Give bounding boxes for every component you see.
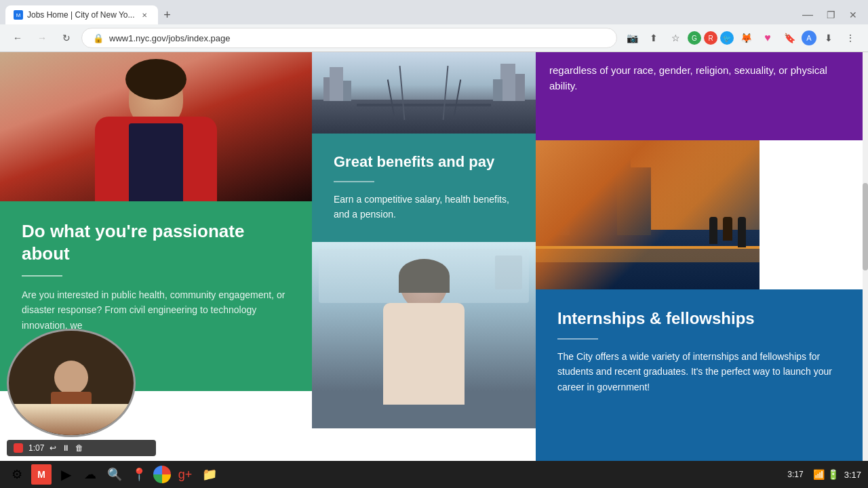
woman-photo bbox=[0, 52, 312, 201]
bookmark-star-icon[interactable]: ☆ bbox=[666, 28, 685, 47]
video-controls[interactable]: 1:07 ↩ ⏸ 🗑 bbox=[7, 440, 156, 456]
close-button[interactable]: ✕ bbox=[844, 9, 863, 20]
delete-button[interactable]: 🗑 bbox=[75, 443, 83, 453]
restore-button[interactable]: ❐ bbox=[821, 9, 841, 20]
taskbar: ⚙ M ▶ ☁ 🔍 📍 g+ 📁 3:17 📶 🔋 3:17 bbox=[0, 461, 868, 488]
green-card-heading: Do what you're passionate about bbox=[22, 220, 290, 264]
benefits-card: Great benefits and pay Earn a competitiv… bbox=[312, 134, 536, 242]
bridge-photo bbox=[312, 52, 536, 134]
url-bar[interactable]: 🔒 www1.nyc.gov/jobs/index.page bbox=[81, 28, 617, 48]
taskbar-gmail-icon[interactable]: M bbox=[31, 464, 52, 485]
taskbar-system-icon[interactable]: ⚙ bbox=[7, 464, 27, 485]
city-photo bbox=[536, 140, 760, 289]
green-card-divider bbox=[22, 275, 62, 277]
extension-icon-4[interactable]: 🦊 bbox=[736, 28, 755, 47]
extension-icon-1[interactable]: G bbox=[688, 31, 701, 45]
taskbar-youtube-icon[interactable]: ▶ bbox=[56, 464, 76, 485]
video-time: 1:07 bbox=[28, 443, 44, 453]
internships-body: The City offers a wide variety of intern… bbox=[557, 349, 846, 394]
tab-title: Jobs Home | City of New Yo... bbox=[27, 10, 135, 20]
taskbar-chrome-icon[interactable]: 🔍 bbox=[104, 464, 125, 485]
benefits-body: Earn a competitive salary, health benefi… bbox=[334, 192, 514, 222]
rewind-button[interactable]: ↩ bbox=[50, 443, 56, 453]
camera-icon[interactable]: 📷 bbox=[623, 28, 642, 47]
extension-icon-5[interactable]: ♥ bbox=[758, 28, 777, 47]
extension-icon-2[interactable]: R bbox=[704, 31, 717, 45]
taskbar-chrome-browser-icon[interactable] bbox=[153, 466, 171, 483]
video-overlay[interactable]: 1:07 ↩ ⏸ 🗑 bbox=[7, 329, 156, 456]
benefits-heading: Great benefits and pay bbox=[334, 152, 514, 171]
back-button[interactable]: ← bbox=[8, 28, 27, 47]
address-bar: ← → ↻ 🔒 www1.nyc.gov/jobs/index.page 📷 ⬆… bbox=[0, 24, 868, 52]
reload-button[interactable]: ↻ bbox=[57, 28, 76, 47]
download-icon[interactable]: ⬇ bbox=[819, 28, 838, 47]
purple-card: regardless of your race, gender, religio… bbox=[536, 52, 868, 140]
scrollbar-thumb[interactable] bbox=[863, 183, 868, 270]
extension-icon-6[interactable]: 🔖 bbox=[780, 28, 799, 47]
pause-button[interactable]: ⏸ bbox=[62, 443, 70, 453]
benefits-divider bbox=[334, 181, 374, 182]
minimize-button[interactable]: — bbox=[797, 9, 818, 21]
share-icon[interactable]: ⬆ bbox=[644, 28, 663, 47]
taskbar-drive-icon[interactable]: ☁ bbox=[80, 464, 100, 485]
left-column: Do what you're passionate about Are you … bbox=[0, 52, 312, 479]
taskbar-indicators: 📶 🔋 3:17 bbox=[813, 469, 861, 480]
taskbar-files-icon[interactable]: 📁 bbox=[199, 464, 220, 485]
record-button[interactable] bbox=[14, 443, 23, 453]
extension-icon-3[interactable]: 🐦 bbox=[720, 31, 734, 45]
taskbar-time: 3:17 bbox=[787, 470, 803, 479]
taskbar-maps-icon[interactable]: 📍 bbox=[129, 464, 149, 485]
right-column: regardless of your race, gender, religio… bbox=[536, 52, 868, 479]
purple-text: regardless of your race, gender, religio… bbox=[549, 63, 854, 94]
team-photo bbox=[312, 242, 536, 428]
content-columns: Do what you're passionate about Are you … bbox=[0, 52, 868, 479]
toolbar-icons: 📷 ⬆ ☆ G R 🐦 🦊 ♥ 🔖 A ⬇ ⋮ bbox=[623, 28, 860, 47]
tab-favicon: M bbox=[14, 10, 23, 20]
taskbar-gplus-icon[interactable]: g+ bbox=[175, 464, 195, 485]
scrollbar[interactable] bbox=[863, 52, 868, 488]
internships-divider bbox=[557, 338, 598, 340]
tab-close-button[interactable]: ✕ bbox=[139, 9, 150, 20]
browser-chrome: M Jobs Home | City of New Yo... ✕ + — ❐ … bbox=[0, 0, 868, 52]
profile-icon[interactable]: A bbox=[802, 30, 816, 45]
menu-icon[interactable]: ⋮ bbox=[841, 28, 860, 47]
internships-card: Internships & fellowships The City offer… bbox=[536, 289, 868, 479]
wifi-icon: 📶 bbox=[813, 469, 825, 480]
lock-icon: 🔒 bbox=[93, 33, 104, 43]
url-text: www1.nyc.gov/jobs/index.page bbox=[109, 33, 231, 43]
active-tab[interactable]: M Jobs Home | City of New Yo... ✕ bbox=[5, 5, 158, 24]
internships-heading: Internships & fellowships bbox=[557, 308, 846, 329]
window-controls: — ❐ ✕ bbox=[797, 9, 863, 21]
tab-bar: M Jobs Home | City of New Yo... ✕ + — ❐ … bbox=[0, 0, 868, 24]
battery-icon: 🔋 bbox=[827, 469, 839, 480]
new-tab-button[interactable]: + bbox=[158, 5, 177, 24]
time-display: 3:17 bbox=[844, 470, 861, 480]
forward-button[interactable]: → bbox=[33, 28, 52, 47]
center-column: Great benefits and pay Earn a competitiv… bbox=[312, 52, 536, 479]
page-content: Do what you're passionate about Are you … bbox=[0, 52, 868, 488]
green-card-body: Are you interested in public health, com… bbox=[22, 287, 290, 333]
